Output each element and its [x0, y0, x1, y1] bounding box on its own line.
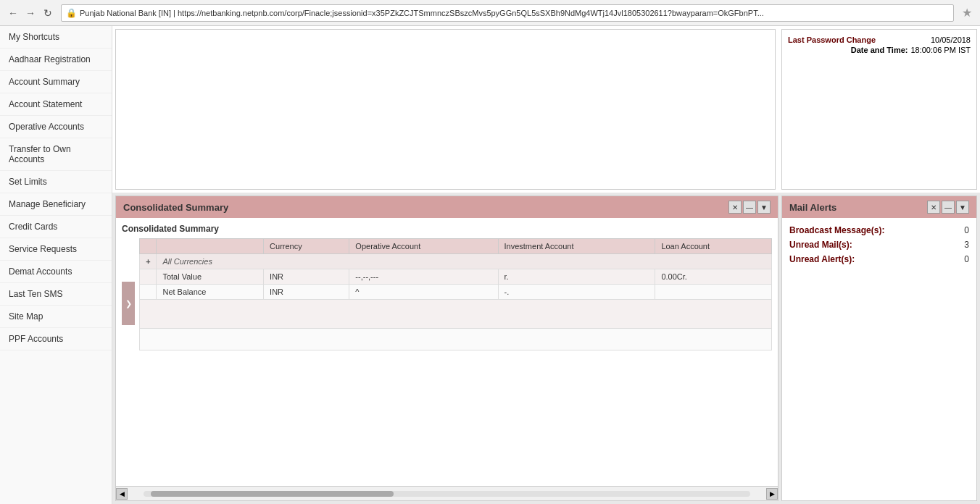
address-bar[interactable]: 🔒 Punjab National Bank [IN] | https://ne…: [61, 4, 954, 22]
top-panel-right: Last Password Change 10/05/2018 Date and…: [781, 29, 977, 190]
refresh-button[interactable]: ↻: [41, 6, 55, 20]
net-currency: INR: [264, 285, 349, 300]
section-title: Consolidated Summary: [122, 224, 772, 234]
summary-table: Currency Operative Account Investment Ac…: [139, 238, 772, 350]
all-currencies-label: All Currencies: [157, 254, 772, 269]
total-operative: --,--,---: [349, 269, 498, 285]
sidebar-collapse-button[interactable]: ❯: [122, 282, 135, 325]
sidebar-item-set-limits[interactable]: Set Limits: [0, 171, 112, 193]
top-panel-left: [115, 29, 776, 190]
time-value: 18:00:06 PM IST: [910, 46, 971, 54]
lock-icon: 🔒: [66, 8, 77, 18]
col-header-investment: Investment Account: [498, 239, 655, 254]
main-content: Last Password Change 10/05/2018 Date and…: [112, 26, 980, 504]
mail-maximize-button[interactable]: ▼: [956, 201, 969, 214]
scroll-right-button[interactable]: ▶: [766, 488, 778, 500]
url-text: https://netbanking.netpnb.com/corp/Finac…: [178, 9, 764, 17]
empty-row-1: [140, 300, 772, 329]
sidebar: My Shortcuts Aadhaar Registration Accoun…: [0, 26, 112, 504]
sidebar-item-account-statement[interactable]: Account Statement: [0, 93, 112, 116]
total-expand-cell: [140, 269, 157, 285]
unread-alerts-row: Unread Alert(s): 0: [789, 254, 969, 264]
bookmark-button[interactable]: ★: [960, 6, 974, 20]
total-investment: r.: [498, 269, 655, 285]
unread-mail-label: Unread Mail(s):: [789, 240, 852, 250]
nav-buttons: ← → ↻: [6, 6, 55, 20]
sidebar-item-service-requests[interactable]: Service Requests: [0, 238, 112, 261]
consolidated-summary-header: Consolidated Summary ✕ — ▼: [116, 196, 778, 218]
net-balance-row: Net Balance INR ^ -.: [140, 285, 772, 300]
mail-alerts-panel: Mail Alerts ✕ — ▼ Broadcast Message(s): …: [781, 196, 977, 501]
col-header-currency: Currency: [264, 239, 349, 254]
total-value-row: Total Value INR --,--,--- r. 0.00Cr.: [140, 269, 772, 285]
broadcast-value: 0: [964, 225, 969, 235]
net-expand-cell: [140, 285, 157, 300]
sidebar-item-site-map[interactable]: Site Map: [0, 306, 112, 328]
total-loan: 0.00Cr.: [655, 269, 772, 285]
site-name: Punjab National Bank [IN]: [80, 9, 171, 17]
col-header-operative: Operative Account: [349, 239, 498, 254]
sidebar-item-aadhaar-registration[interactable]: Aadhaar Registration: [0, 49, 112, 71]
scroll-left-button[interactable]: ◀: [116, 488, 128, 500]
sidebar-item-demat-accounts[interactable]: Demat Accounts: [0, 261, 112, 283]
mail-alerts-body: Broadcast Message(s): 0 Unread Mail(s): …: [782, 218, 976, 276]
mail-close-button[interactable]: ✕: [927, 201, 940, 214]
top-panel: Last Password Change 10/05/2018 Date and…: [112, 26, 980, 193]
unread-alerts-value: 0: [964, 254, 969, 264]
last-pwd-date: 10/05/2018: [931, 35, 971, 44]
sidebar-item-manage-beneficiary[interactable]: Manage Beneficiary: [0, 193, 112, 216]
net-investment: -.: [498, 285, 655, 300]
scroll-thumb[interactable]: [151, 491, 394, 497]
broadcast-label: Broadcast Message(s):: [789, 225, 884, 235]
broadcast-messages-row: Broadcast Message(s): 0: [789, 225, 969, 235]
unread-mail-row: Unread Mail(s): 3: [789, 240, 969, 250]
net-operative: ^: [349, 285, 498, 300]
horizontal-scrollbar[interactable]: ◀ ▶: [116, 486, 778, 500]
last-pwd-label: Last Password Change: [788, 35, 876, 44]
site-label: Punjab National Bank [IN] | https://netb…: [80, 9, 764, 17]
sidebar-item-credit-cards[interactable]: Credit Cards: [0, 216, 112, 238]
all-currencies-row: + All Currencies: [140, 254, 772, 269]
unread-mail-value: 3: [964, 240, 969, 250]
forward-button[interactable]: →: [23, 6, 38, 20]
maximize-panel-button[interactable]: ▼: [757, 201, 771, 214]
mail-minimize-button[interactable]: —: [942, 201, 955, 214]
empty-row-2: [140, 329, 772, 350]
bottom-section: Consolidated Summary ✕ — ▼ Consolidated …: [112, 193, 980, 504]
sidebar-item-last-ten-sms[interactable]: Last Ten SMS: [0, 283, 112, 306]
net-loan: [655, 285, 772, 300]
total-value-label: Total Value: [157, 269, 264, 285]
sidebar-item-account-summary[interactable]: Account Summary: [0, 71, 112, 93]
total-currency: INR: [264, 269, 349, 285]
close-panel-button[interactable]: ✕: [728, 201, 742, 214]
browser-bar: ← → ↻ 🔒 Punjab National Bank [IN] | http…: [0, 0, 980, 26]
page-content: My Shortcuts Aadhaar Registration Accoun…: [0, 26, 980, 504]
col-header-loan: Loan Account: [655, 239, 772, 254]
sidebar-item-transfer-to-own[interactable]: Transfer to Own Accounts: [0, 138, 112, 171]
mail-alerts-controls: ✕ — ▼: [927, 201, 969, 214]
sidebar-item-ppf-accounts[interactable]: PPF Accounts: [0, 328, 112, 350]
scroll-track[interactable]: [144, 491, 750, 497]
date-time-label: Date and Time:: [851, 46, 908, 54]
consolidated-summary-panel: Consolidated Summary ✕ — ▼ Consolidated …: [115, 196, 778, 501]
minimize-panel-button[interactable]: —: [743, 201, 756, 214]
mail-alerts-header: Mail Alerts ✕ — ▼: [782, 196, 976, 218]
sidebar-item-operative-accounts[interactable]: Operative Accounts: [0, 116, 112, 138]
net-balance-label: Net Balance: [157, 285, 264, 300]
mail-alerts-title: Mail Alerts: [789, 202, 836, 213]
unread-alerts-label: Unread Alert(s):: [789, 254, 855, 264]
consolidated-summary-body: Consolidated Summary ❯: [116, 218, 778, 486]
expand-button[interactable]: +: [140, 254, 157, 269]
back-button[interactable]: ←: [6, 6, 20, 20]
col-header-empty: [157, 239, 264, 254]
panel-controls: ✕ — ▼: [728, 201, 771, 214]
consolidated-summary-title: Consolidated Summary: [123, 202, 228, 213]
sidebar-item-my-shortcuts[interactable]: My Shortcuts: [0, 26, 112, 49]
